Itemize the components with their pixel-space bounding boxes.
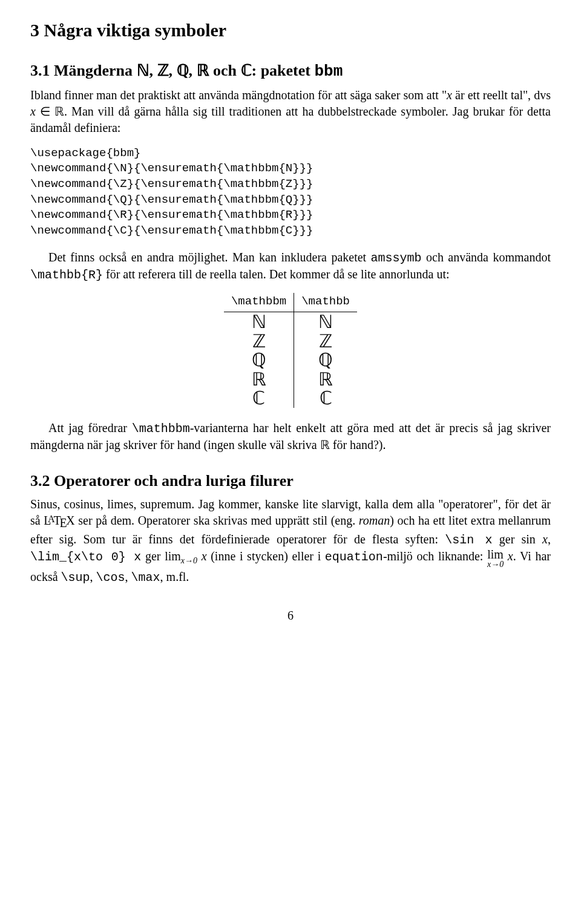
- table-row: ℝ ℝ: [224, 370, 357, 389]
- cell-bb: ℚ: [294, 350, 357, 370]
- table-row: ℕ ℕ: [224, 312, 357, 332]
- package-amssymb: amssymb: [371, 251, 422, 265]
- lim-sub: x→0: [181, 556, 197, 565]
- cell-bbm: ℚ: [224, 350, 294, 370]
- math-var-x: x: [542, 532, 548, 546]
- text: för att referera till de reella talen. D…: [103, 267, 450, 281]
- table-row: ℂ ℂ: [224, 388, 357, 408]
- heading-text: 3.1 Mängderna ℕ, ℤ, ℚ, ℝ och ℂ: paketet: [30, 62, 314, 79]
- cell-bbm: ℤ: [224, 332, 294, 351]
- col-head-mathbb: \mathbb: [294, 293, 357, 312]
- text: ,: [90, 570, 96, 583]
- section-3-2-heading: 3.2 Operatorer och andra luriga filurer: [30, 470, 551, 491]
- text: är ett reellt tal", dvs: [452, 88, 551, 102]
- section-3-1-heading: 3.1 Mängderna ℕ, ℤ, ℚ, ℝ och ℂ: paketet …: [30, 60, 551, 82]
- lim-display: limx→0: [487, 548, 504, 569]
- math-var-x: x: [197, 549, 207, 563]
- code-block-latex: \usepackage{bbm} \newcommand{\N}{\ensure…: [30, 146, 551, 239]
- code-lim: \lim_{x\to 0} x: [30, 550, 141, 564]
- para-3-1-1: Ibland finner man det praktiskt att anvä…: [30, 87, 551, 136]
- page-number: 6: [30, 608, 551, 624]
- text: ,: [125, 570, 131, 583]
- cell-bb: ℂ: [294, 388, 357, 408]
- code-max: \max: [131, 571, 160, 585]
- cell-bb: ℤ: [294, 332, 357, 351]
- cell-bb: ℕ: [294, 312, 357, 332]
- text: ∈ ℝ. Man vill då gärna hålla sig till tr…: [30, 105, 551, 134]
- text: ,: [548, 532, 551, 546]
- math-var-x: x: [30, 105, 36, 118]
- para-3-1-3: Att jag föredrar \mathbbm-varianterna ha…: [30, 420, 551, 453]
- lim-under: x→0: [487, 560, 504, 569]
- code-cos: \cos: [96, 571, 125, 585]
- lim-word: lim: [487, 548, 504, 561]
- cell-bbm: ℂ: [224, 388, 294, 408]
- text: (inne i stycken) eller i: [207, 549, 325, 563]
- latex-logo: LATEX: [44, 514, 74, 527]
- cell-bbm: ℝ: [224, 370, 294, 389]
- code-sup: \sup: [61, 571, 90, 585]
- code-mathbbm: \mathbbm: [132, 422, 190, 436]
- math-var-x: x: [447, 88, 452, 102]
- text: ser på dem. Operatorer ska skrivas med u…: [75, 514, 359, 527]
- text: -miljö och liknande:: [383, 549, 487, 563]
- para-3-2-1: Sinus, cosinus, limes, supremum. Jag kom…: [30, 496, 551, 586]
- math-var-x: x: [504, 549, 513, 563]
- text: och använda kommandot: [422, 251, 551, 264]
- text: , m.fl.: [160, 570, 189, 583]
- text: Ibland finner man det praktiskt att anvä…: [30, 88, 447, 102]
- term-roman: roman: [359, 514, 390, 527]
- text: ger sin: [493, 532, 543, 546]
- env-equation: equation: [325, 550, 383, 564]
- para-3-1-2: Det finns också en andra möjlighet. Man …: [30, 249, 551, 283]
- text: Det finns också en andra möjlighet. Man …: [48, 251, 371, 264]
- section-3-heading: 3 Några viktiga symboler: [30, 18, 551, 43]
- comparison-table: \mathbbm \mathbb ℕ ℕ ℤ ℤ ℚ ℚ ℝ ℝ ℂ ℂ: [224, 293, 357, 407]
- text: ger lim: [141, 549, 180, 563]
- cell-bb: ℝ: [294, 370, 357, 389]
- code-sin: \sin x: [445, 533, 492, 547]
- cell-bbm: ℕ: [224, 312, 294, 332]
- code-mathbb-r: \mathbb{R}: [30, 268, 103, 282]
- col-head-mathbbm: \mathbbm: [224, 293, 294, 312]
- heading-package-name: bbm: [314, 62, 343, 80]
- table-row: ℤ ℤ: [224, 332, 357, 351]
- table-row: ℚ ℚ: [224, 350, 357, 370]
- text: Att jag föredrar: [48, 421, 132, 434]
